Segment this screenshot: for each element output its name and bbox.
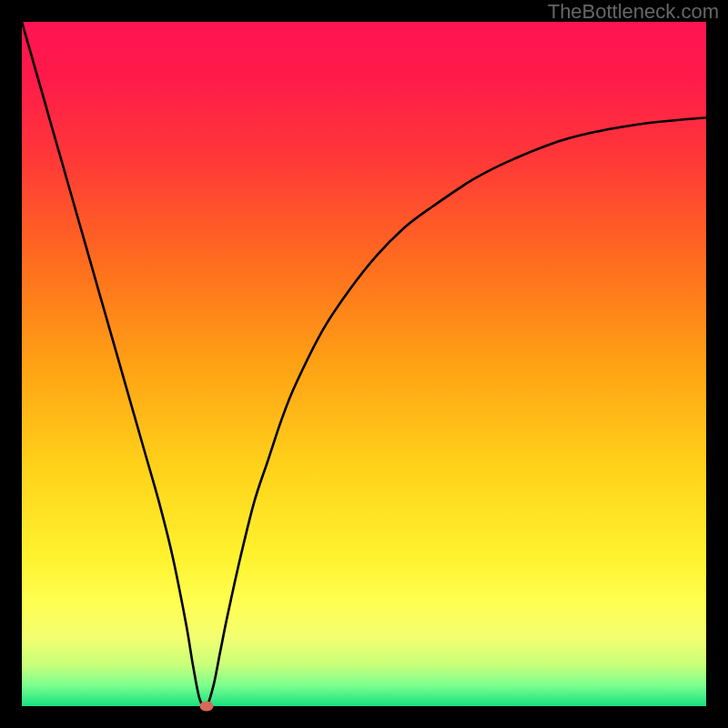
watermark-text: TheBottleneck.com xyxy=(548,0,719,24)
bottleneck-curve xyxy=(22,22,706,706)
minimum-marker xyxy=(200,702,214,712)
curve-layer xyxy=(22,22,706,706)
plot-area xyxy=(22,22,706,706)
chart-stage: TheBottleneck.com xyxy=(0,0,728,728)
